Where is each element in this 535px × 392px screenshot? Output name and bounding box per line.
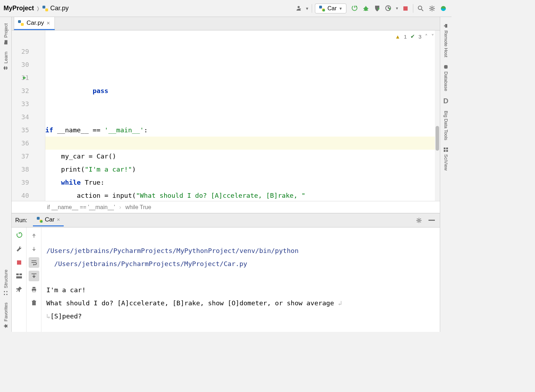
run-configuration-selector[interactable]: Car ▼ [315, 4, 346, 13]
python-icon [319, 5, 325, 12]
profile-button[interactable] [384, 4, 393, 13]
run-tab-car[interactable]: Car ✕ [33, 214, 64, 226]
svg-point-25 [418, 219, 420, 221]
run-toolbar-right [27, 227, 41, 332]
tool-sciview[interactable]: SciView [443, 144, 449, 174]
run-settings-icon[interactable] [414, 216, 424, 225]
warning-icon: ▲ [395, 34, 400, 40]
svg-rect-19 [6, 291, 7, 292]
editor[interactable]: ▲ 1 ✔ 3 ˄ ˅ 29 30 31▶ 32 33 34 35 36 37 … [12, 30, 440, 201]
close-icon[interactable]: ✕ [57, 217, 60, 222]
svg-rect-44 [446, 148, 448, 149]
breadcrumb-project[interactable]: MyProject [4, 5, 34, 12]
layout-icon[interactable] [14, 271, 24, 281]
stop-button[interactable] [14, 257, 24, 268]
code-breadcrumb[interactable]: if __name__ == '__main__' › while True [12, 201, 440, 213]
svg-rect-32 [34, 247, 34, 249]
console-output[interactable]: /Users/jetbrains/PycharmProjects/MyPytho… [41, 227, 440, 332]
search-icon[interactable] [416, 4, 425, 13]
python-file-icon [42, 5, 48, 12]
soft-wrap-icon[interactable] [29, 257, 39, 268]
breadcrumb-file[interactable]: Car.py [42, 5, 69, 12]
svg-rect-45 [446, 150, 448, 152]
up-arrow-icon[interactable] [29, 230, 39, 241]
pin-icon[interactable] [14, 284, 24, 295]
svg-point-4 [323, 9, 325, 11]
tool-big-d[interactable]: D [443, 95, 448, 107]
print-icon[interactable] [29, 284, 39, 295]
svg-rect-42 [444, 25, 445, 27]
inspections-widget[interactable]: ▲ 1 ✔ 3 ˄ ˅ [395, 33, 434, 40]
tool-favorites[interactable]: Favorites [3, 299, 8, 332]
hide-panel-icon[interactable] [427, 216, 436, 225]
run-header: Run: Car ✕ [12, 213, 440, 227]
svg-rect-47 [444, 150, 445, 152]
trash-icon[interactable] [29, 298, 39, 308]
tab-label: Car.py [27, 19, 44, 27]
svg-rect-34 [34, 275, 34, 276]
vcs-user-icon[interactable] [294, 4, 303, 13]
check-icon: ✔ [410, 33, 415, 40]
scroll-to-end-icon[interactable] [29, 271, 39, 281]
chevron-down-icon[interactable]: ▼ [395, 6, 399, 10]
editor-tabs: Car.py ✕ [12, 17, 440, 30]
chevron-up-icon[interactable]: ˄ [425, 33, 428, 40]
svg-rect-12 [403, 6, 408, 11]
run-tool-window: Run: Car ✕ [12, 213, 440, 332]
tool-project[interactable]: Project [3, 20, 8, 48]
run-gutter-icon[interactable]: ▶ [23, 71, 26, 84]
tool-learn[interactable]: Learn [3, 48, 8, 74]
svg-line-14 [421, 9, 423, 11]
svg-rect-38 [32, 301, 36, 305]
svg-line-10 [367, 10, 368, 11]
svg-point-13 [418, 6, 422, 10]
svg-rect-29 [19, 273, 22, 275]
console-path-2: /Users/jetbrains/PycharmProjects/MyProje… [46, 257, 435, 270]
svg-rect-39 [32, 301, 36, 301]
console-path-1: /Users/jetbrains/PycharmProjects/MyPytho… [46, 247, 303, 254]
svg-rect-40 [33, 300, 35, 301]
run-button[interactable] [350, 4, 359, 13]
run-label: Run: [15, 217, 27, 224]
navigation-bar: MyProject ❭ Car.py ▼ Car ▼ ▼ [0, 0, 451, 17]
code-area[interactable]: pass if __name__ == '__main__': my_car =… [45, 30, 440, 201]
svg-rect-37 [33, 290, 35, 292]
svg-rect-17 [6, 294, 7, 295]
svg-rect-21 [21, 23, 24, 26]
down-arrow-icon[interactable] [29, 244, 39, 254]
svg-rect-41 [445, 24, 447, 28]
tab-car-py[interactable]: Car.py ✕ [14, 17, 55, 30]
rerun-button[interactable] [14, 230, 24, 241]
chevron-down-icon[interactable]: ˅ [431, 33, 434, 40]
svg-rect-16 [4, 294, 5, 295]
svg-rect-22 [37, 217, 40, 220]
svg-rect-0 [42, 6, 45, 8]
crumb-a[interactable]: if __name__ == '__main__' [47, 204, 115, 211]
stop-button[interactable] [401, 4, 410, 13]
python-icon [36, 217, 43, 223]
console-line-3: What should I do? [A]ccelerate, [B]rake,… [46, 299, 338, 307]
svg-rect-2 [319, 6, 322, 8]
tool-structure[interactable]: Structure [3, 266, 8, 299]
svg-rect-30 [16, 276, 22, 278]
svg-point-24 [40, 220, 42, 223]
jetbrains-logo-icon[interactable] [439, 4, 448, 13]
coverage-button[interactable] [373, 4, 382, 13]
settings-icon[interactable] [427, 4, 437, 13]
python-file-icon [18, 20, 24, 26]
wrench-icon[interactable] [14, 244, 24, 254]
crumb-b[interactable]: while True [125, 204, 151, 211]
close-icon[interactable]: ✕ [46, 21, 50, 26]
chevron-down-icon: ▼ [339, 6, 343, 11]
svg-point-15 [431, 7, 433, 10]
ok-count: 3 [419, 34, 421, 40]
tool-big-data[interactable]: Big Data Tools [443, 107, 449, 144]
svg-rect-18 [4, 291, 5, 292]
right-tool-rail: Remote Host Database D Big Data Tools Sc… [440, 17, 451, 332]
run-config-label: Car [327, 5, 336, 12]
tool-database[interactable]: Database [443, 61, 449, 95]
tool-remote-host[interactable]: Remote Host [443, 20, 449, 61]
debug-button[interactable] [361, 4, 370, 13]
chevron-down-icon[interactable]: ▼ [305, 6, 309, 11]
svg-rect-36 [33, 287, 35, 288]
